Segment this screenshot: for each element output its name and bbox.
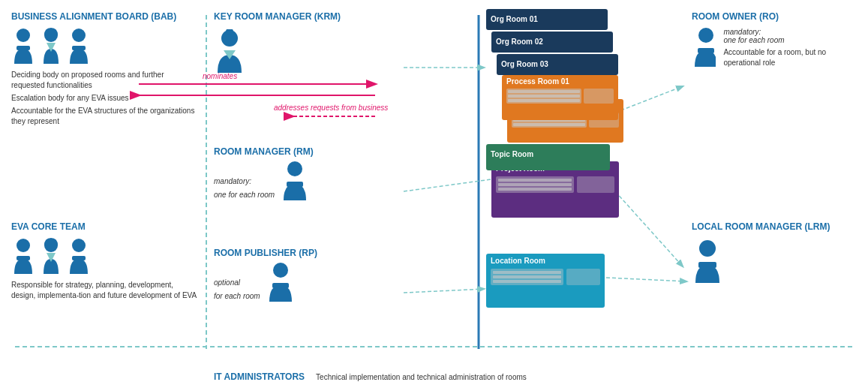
rm-person-area: mandatory:one for each room — [214, 161, 364, 200]
ro-title: ROOM OWNER (RO) — [692, 11, 857, 22]
rp-person-icon — [266, 263, 295, 302]
svg-point-28 — [698, 28, 713, 43]
svg-point-30 — [699, 240, 716, 257]
svg-point-12 — [17, 29, 30, 42]
svg-rect-29 — [698, 48, 714, 53]
bab-desc: Deciding body on proposed rooms and furt… — [11, 70, 199, 127]
rp-section: ROOM PUBLISHER (RP) optionalfor each roo… — [214, 248, 364, 302]
person-icon-2 — [39, 28, 63, 64]
svg-point-20 — [72, 239, 86, 252]
svg-point-24 — [287, 161, 302, 176]
svg-rect-21 — [72, 256, 86, 260]
person-icon-3 — [67, 28, 91, 64]
svg-line-9 — [615, 86, 683, 113]
ro-note: mandatory: one for each room — [723, 28, 857, 44]
bab-desc-1: Deciding body on proposed rooms and furt… — [11, 70, 199, 91]
eva-people — [11, 238, 199, 274]
bab-desc-2: Escalation body for any EVA issues — [11, 93, 199, 104]
svg-rect-27 — [272, 283, 289, 288]
lrm-section: LOCAL ROOM MANAGER (LRM) — [692, 221, 857, 286]
bab-section: BUSINESS ALIGNMENT BOARD (BAB) — [11, 11, 199, 127]
topic-room-card: Topic Room — [486, 144, 610, 170]
rm-title: ROOM MANAGER (RM) — [214, 146, 364, 157]
rp-title: ROOM PUBLISHER (RP) — [214, 248, 364, 258]
org-room-3-card: Org Room 03 — [497, 54, 618, 75]
ro-desc: Accountable for a room, but no operation… — [723, 47, 857, 68]
svg-rect-16 — [72, 46, 86, 50]
krm-person-area — [214, 29, 364, 76]
main-container: BUSINESS ALIGNMENT BOARD (BAB) — [0, 0, 868, 391]
krm-person-icon — [214, 29, 245, 73]
svg-line-11 — [606, 278, 686, 281]
bab-desc-3: Accountable for the EVA structures of th… — [11, 106, 199, 127]
krm-title: KEY ROOM MANAGER (KRM) — [214, 11, 364, 22]
location-room-label: Location Room — [491, 257, 600, 265]
rm-section: ROOM MANAGER (RM) mandatory:one for each… — [214, 146, 364, 200]
org-room-2-card: Org Room 02 — [491, 32, 613, 53]
bab-title: BUSINESS ALIGNMENT BOARD (BAB) — [11, 11, 199, 22]
it-section: IT ADMINISTRATORS Technical implementati… — [214, 371, 527, 382]
proc-room-1-label: Process Room 01 — [506, 77, 614, 86]
person-icon-1 — [11, 28, 35, 64]
bab-people — [11, 28, 199, 64]
krm-section: KEY ROOM MANAGER (KRM) — [214, 11, 364, 76]
location-room-content — [491, 269, 600, 285]
eva-person-3 — [67, 238, 91, 274]
svg-line-8 — [404, 289, 484, 293]
rm-note-text: mandatory:one for each room — [214, 177, 275, 199]
eva-title: EVA CORE TEAM — [11, 221, 199, 232]
rm-note: mandatory:one for each room — [214, 173, 275, 200]
ro-section: ROOM OWNER (RO) mandatory: one for each … — [692, 11, 857, 68]
org-room-2-label: Org Room 02 — [496, 38, 543, 46]
org-room-1-label: Org Room 01 — [491, 15, 538, 23]
rp-note-text: optionalfor each room — [214, 278, 260, 300]
ro-content: mandatory: one for each room Accountable… — [692, 28, 857, 68]
lrm-person-icon — [692, 239, 723, 283]
proc-room-1-card: Process Room 01 — [502, 75, 618, 120]
svg-point-15 — [72, 29, 86, 42]
rp-person-area: optionalfor each room — [214, 263, 364, 302]
topic-room-label: Topic Room — [491, 150, 533, 158]
svg-rect-18 — [17, 256, 30, 260]
ro-person-icon — [692, 28, 716, 67]
project-room-content — [496, 176, 614, 193]
lrm-person-area — [692, 239, 857, 286]
lrm-title: LOCAL ROOM MANAGER (LRM) — [692, 221, 857, 233]
svg-line-10 — [615, 191, 683, 266]
eva-desc: Responsible for strategy, planning, deve… — [11, 280, 199, 301]
svg-point-26 — [273, 263, 288, 278]
location-room-card: Location Room — [486, 254, 605, 308]
eva-person-2 — [39, 238, 63, 274]
rp-note: optionalfor each room — [214, 275, 260, 302]
org-room-3-label: Org Room 03 — [501, 60, 548, 68]
addresses-label: addresses requests from business — [274, 104, 388, 113]
svg-rect-13 — [17, 46, 30, 50]
svg-point-17 — [17, 239, 30, 252]
proc-room-1-content — [506, 89, 614, 104]
it-desc: Technical implementation and technical a… — [316, 373, 527, 381]
rm-person-icon — [281, 161, 309, 200]
svg-rect-31 — [698, 262, 716, 268]
ro-desc-area: mandatory: one for each room Accountable… — [723, 28, 857, 68]
org-room-1-card: Org Room 01 — [486, 9, 608, 30]
eva-section: EVA CORE TEAM Responsible for strategy, … — [11, 221, 199, 301]
eva-person-1 — [11, 238, 35, 274]
it-title: IT ADMINISTRATORS — [214, 371, 305, 382]
svg-rect-25 — [287, 182, 303, 187]
